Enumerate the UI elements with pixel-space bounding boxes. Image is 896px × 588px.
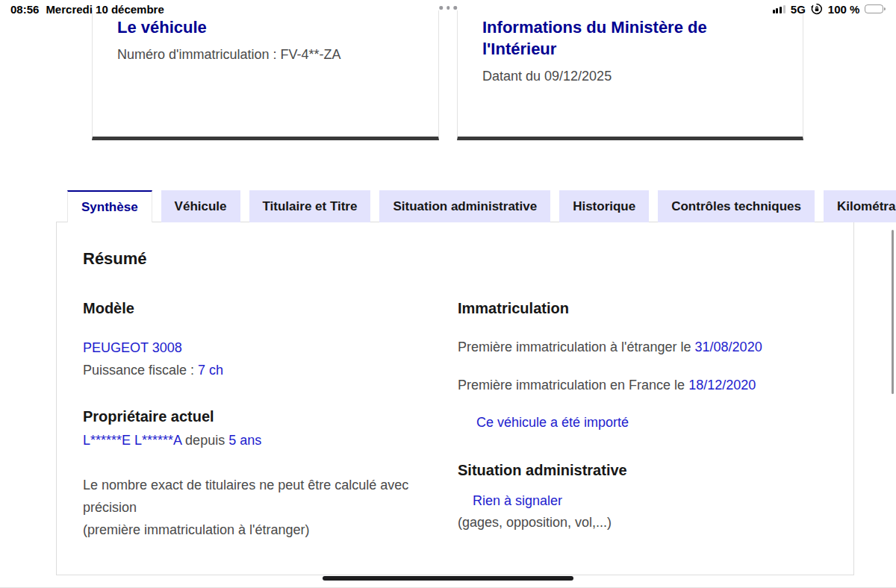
tab-bar: Synthèse Véhicule Titulaire et Titre Sit… [0,190,896,222]
owner-since: 5 ans [228,433,261,448]
tab-titulaire-et-titre[interactable]: Titulaire et Titre [249,190,371,222]
date: Mercredi 10 décembre [46,3,164,16]
owner-names: L******E L******A [83,433,181,448]
first-registration-france: Première immatriculation en France le 18… [458,374,831,396]
ipad-screen: 08:56 Mercredi 10 décembre 5G 100 % Le v… [0,0,896,588]
model-heading: Modèle [83,300,458,317]
tab-controles-techniques[interactable]: Contrôles techniques [658,190,815,222]
panel-title: Résumé [83,249,831,269]
battery-icon [865,4,886,14]
owner-heading: Propriétaire actuel [83,408,458,425]
fiscal-power: Puissance fiscale : 7 ch [83,359,458,381]
vehicle-card-title: Le véhicule [117,16,416,38]
network-type: 5G [791,3,806,16]
tab-synthese[interactable]: Synthèse [67,190,152,222]
battery-percent: 100 % [828,3,860,16]
orientation-lock-icon [811,3,823,15]
multitasking-dots-icon[interactable] [439,6,457,10]
tab-historique[interactable]: Historique [559,190,649,222]
tab-situation-administrative[interactable]: Situation administrative [379,190,550,222]
owner-note: Le nombre exact de titulaires ne peut êt… [83,474,445,541]
registration-number: Numéro d'immatriculation : FV-4**-ZA [117,47,416,63]
clock: 08:56 [10,3,39,16]
scrollbar[interactable] [892,230,894,394]
tab-kilometrage[interactable]: Kilométrage [824,190,896,222]
ministry-card-title: Informations du Ministère de l'Intérieur [482,16,744,60]
situation-detail: (gages, opposition, vol,...) [458,512,831,533]
vehicle-card: Le véhicule Numéro d'immatriculation : F… [92,10,439,140]
home-indicator[interactable] [323,576,573,581]
situation-heading: Situation administrative [458,462,831,479]
status-bar: 08:56 Mercredi 10 décembre 5G 100 % [0,0,896,18]
signal-bars-icon [773,5,785,13]
registration-heading: Immatriculation [458,300,831,317]
owner-line: L******E L******A depuis 5 ans [83,429,458,451]
model-name: PEUGEOT 3008 [83,337,458,359]
situation-status: Rien à signaler [458,490,831,512]
first-registration-foreign: Première immatriculation à l'étranger le… [458,336,831,358]
imported-note: Ce véhicule a été importé [458,411,831,434]
synthese-panel: Résumé Modèle PEUGEOT 3008 Puissance fis… [56,222,854,575]
data-date: Datant du 09/12/2025 [482,69,780,84]
tab-vehicule[interactable]: Véhicule [161,190,240,222]
ministry-card: Informations du Ministère de l'Intérieur… [457,10,803,140]
